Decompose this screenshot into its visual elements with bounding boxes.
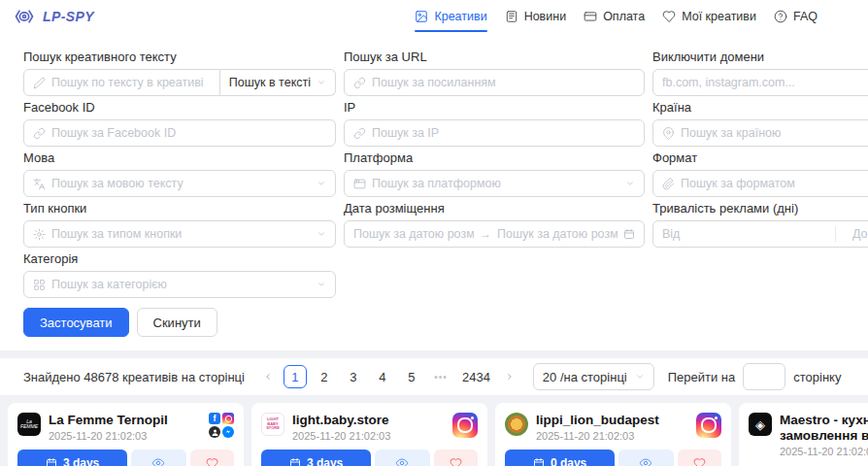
creative-card[interactable]: lippi_lion_budapest 2025-11-20 21:02:03 …: [495, 403, 731, 466]
category-select[interactable]: [23, 271, 336, 298]
language-input[interactable]: [51, 177, 311, 190]
ip-input[interactable]: [372, 126, 635, 140]
creative-date: 2025-11-20 21:02:03: [292, 430, 445, 442]
page-5[interactable]: 5: [400, 365, 423, 388]
creative-card[interactable]: LIGHT BABY STORE light.baby.store 2025-1…: [251, 403, 487, 466]
creative-card[interactable]: La FEMME La Femme Ternopil 2025-11-20 21…: [8, 403, 244, 466]
page-size-select[interactable]: 20 /на сторінці: [533, 363, 654, 390]
nav-label: Новини: [524, 10, 567, 23]
favorite-button[interactable]: [678, 449, 721, 466]
duration-from-input[interactable]: [653, 227, 827, 241]
nav-faq[interactable]: FAQ: [774, 0, 818, 32]
nav-news[interactable]: Новини: [505, 0, 567, 32]
creative-card[interactable]: Maestro - кухні, ме замовлення в Ужго 20…: [739, 403, 868, 466]
days-active-button[interactable]: 0 days: [505, 449, 615, 466]
advertiser-name[interactable]: lippi_lion_budapest: [536, 413, 688, 428]
goto-prefix: Перейти на: [668, 370, 736, 384]
url-input[interactable]: [372, 76, 635, 89]
days-label: 0 days: [551, 456, 586, 466]
country-input[interactable]: [681, 126, 868, 140]
app-window-icon: [353, 178, 366, 190]
view-button[interactable]: [618, 449, 674, 466]
grid-icon: [33, 279, 46, 291]
page-2[interactable]: 2: [313, 365, 336, 388]
heart-icon: [693, 457, 706, 466]
instagram-icon[interactable]: [696, 413, 721, 438]
days-active-button[interactable]: 3 days: [261, 449, 371, 466]
days-active-button[interactable]: 3 days: [17, 449, 127, 466]
prev-page-button[interactable]: [258, 365, 278, 388]
avatar: LIGHT BABY STORE: [261, 413, 284, 436]
page-ellipsis[interactable]: •••: [429, 365, 452, 388]
avatar: [749, 413, 772, 436]
filter-category: Категорія: [23, 251, 336, 298]
chevron-down-icon: [635, 372, 645, 382]
brand-logo[interactable]: LP-SPY: [12, 7, 94, 26]
field-label: Виключити домени: [652, 50, 868, 64]
creative-date: 2025-11-20 21:02:03: [780, 446, 868, 457]
filter-url: Пошук за URL: [344, 50, 645, 96]
goto-page-input[interactable]: [743, 363, 785, 390]
creative-text-input[interactable]: [51, 76, 211, 89]
creatives-list: La FEMME La Femme Ternopil 2025-11-20 21…: [0, 403, 868, 466]
filter-creative-text: Пошук креативного тексту Пошук в тексті: [23, 50, 336, 96]
filter-facebook-id: Facebook ID: [23, 100, 336, 147]
field-label: Пошук креативного тексту: [23, 50, 336, 64]
view-button[interactable]: [375, 449, 430, 466]
results-bar: Знайдено 48678 креативів на сторінці 1 2…: [0, 358, 868, 395]
category-input[interactable]: [51, 278, 311, 291]
text-search-mode-select[interactable]: Пошук в тексті: [220, 69, 336, 96]
calendar-icon: [533, 457, 545, 466]
platform-select[interactable]: [344, 170, 645, 197]
nav-payment[interactable]: Оплата: [584, 0, 645, 32]
advertiser-name[interactable]: Maestro - кухні, ме замовлення в Ужго: [780, 413, 868, 444]
date-to-input[interactable]: [497, 227, 618, 241]
apply-button[interactable]: Застосувати: [23, 308, 129, 337]
exclude-domains-input[interactable]: [662, 76, 868, 89]
goto-page: Перейти на сторінку: [668, 363, 842, 390]
field-label: IP: [344, 100, 645, 115]
page-1[interactable]: 1: [284, 365, 307, 388]
nav-my-creatives[interactable]: Мої креативи: [662, 0, 756, 32]
profile-icon[interactable]: [209, 426, 220, 438]
instagram-icon[interactable]: [452, 413, 478, 438]
format-input[interactable]: [681, 177, 868, 190]
platform-icons: [209, 413, 234, 438]
language-select[interactable]: [23, 170, 336, 197]
reset-button[interactable]: Скинути: [137, 308, 217, 337]
top-header: LP-SPY Креативи Новини Оплата Мої креати…: [0, 0, 868, 32]
results-count: Знайдено 48678 креативів на сторінці: [23, 370, 245, 384]
url-input-box: [344, 69, 645, 96]
exclude-domains-input-box: [652, 69, 868, 96]
eye-logo-icon: [12, 7, 37, 26]
page-3[interactable]: 3: [342, 365, 365, 388]
date-from-input[interactable]: [353, 227, 474, 241]
page-last[interactable]: 2434: [458, 365, 494, 388]
field-label: Мова: [23, 150, 336, 165]
advertiser-name[interactable]: light.baby.store: [292, 413, 445, 428]
next-page-button[interactable]: [500, 365, 519, 388]
favorite-button[interactable]: [434, 449, 478, 466]
view-button[interactable]: [131, 449, 186, 466]
heart-icon: [206, 457, 218, 466]
facebook-icon[interactable]: [209, 413, 220, 424]
page-4[interactable]: 4: [371, 365, 394, 388]
date-range-picker[interactable]: [344, 220, 645, 248]
credit-card-icon: [584, 10, 597, 23]
heart-icon: [450, 457, 462, 466]
nav-creatives[interactable]: Креативи: [415, 0, 486, 32]
filter-format: Формат: [652, 150, 868, 197]
button-type-select[interactable]: [23, 220, 336, 248]
instagram-icon[interactable]: [222, 413, 234, 424]
country-input-box: [652, 119, 868, 147]
pencil-icon: [33, 77, 46, 89]
facebook-id-input[interactable]: [51, 126, 326, 140]
messenger-icon[interactable]: [222, 426, 234, 438]
chevron-left-icon: [263, 372, 273, 382]
advertiser-name[interactable]: La Femme Ternopil: [49, 413, 201, 428]
duration-to-input[interactable]: [844, 227, 868, 241]
platform-input[interactable]: [372, 177, 619, 190]
favorite-button[interactable]: [190, 449, 234, 466]
filter-language: Мова: [23, 150, 336, 197]
button-type-input[interactable]: [51, 227, 311, 241]
